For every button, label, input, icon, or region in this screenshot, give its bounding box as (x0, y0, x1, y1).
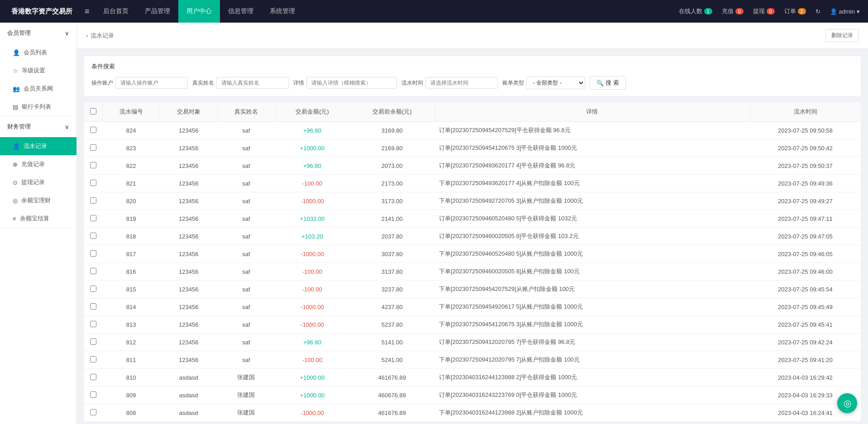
sidebar-section-header-finance[interactable]: 财务管理 ∨ (0, 116, 76, 137)
sidebar-item-flow-record[interactable]: 👤 流水记录 (0, 137, 76, 155)
chevron-member-icon: ∨ (65, 30, 69, 37)
table-row: 819 123456 saf +1032.00 2141.00 订单[20230… (84, 210, 861, 228)
cell-account: asdasd (160, 404, 217, 422)
row-checkbox[interactable] (90, 338, 96, 345)
row-checkbox[interactable] (90, 409, 96, 415)
select-all-checkbox[interactable] (90, 108, 96, 114)
sidebar-item-member-list[interactable]: 👤 会员列表 (0, 43, 76, 62)
cell-name: saf (217, 245, 275, 263)
order-label: 订单 (784, 7, 796, 15)
cell-amount: -1000.00 (275, 245, 350, 263)
cell-account: 123456 (160, 281, 217, 298)
cell-detail: 下单[2023072509493620177 4]从账户扣除金额 100元 (434, 175, 750, 192)
row-checkbox[interactable] (90, 391, 96, 398)
row-checkbox[interactable] (90, 303, 96, 310)
type-label: 账单类型 (502, 79, 524, 87)
detail-input[interactable] (306, 77, 397, 89)
row-checkbox[interactable] (90, 127, 96, 133)
type-select[interactable]: - 全部类型 - (526, 76, 585, 89)
cell-name: saf (217, 316, 275, 333)
table-row: 811 123456 saf -100.00 5241.00 下单[202307… (84, 351, 861, 369)
table-header-row: 流水编号 交易对象 真实姓名 交易金额(元) 交易前余额(元) 详情 流水时间 (84, 102, 861, 122)
search-button[interactable]: 🔍 搜 索 (590, 76, 626, 90)
time-input[interactable] (425, 77, 498, 89)
cell-amount: +103.20 (275, 228, 350, 245)
cell-account: 123456 (160, 316, 217, 333)
row-checkbox[interactable] (90, 250, 96, 257)
cell-balance: 2173.00 (349, 175, 434, 192)
row-checkbox[interactable] (90, 268, 96, 274)
row-checkbox[interactable] (90, 286, 96, 292)
cell-detail: 下单[2023072509454120675 3]从账户扣除金额 1000元 (434, 316, 750, 333)
detail-field: 详情 (293, 77, 397, 89)
row-checkbox-td (84, 404, 102, 422)
cell-time: 2023-07-25 09:45:54 (750, 281, 861, 298)
float-btn-icon: ◎ (844, 398, 851, 409)
search-area: 条件搜索 操作账户 真实姓名 详情 流水时间 (84, 56, 861, 96)
row-checkbox[interactable] (90, 215, 96, 221)
withdraw-item[interactable]: 提现 0 (749, 7, 778, 15)
sidebar-item-yuebao-settle[interactable]: ≡ 余额宝结算 (0, 210, 76, 228)
sidebar-item-recharge-record[interactable]: ⊕ 充值记录 (0, 155, 76, 173)
relation-icon: 👥 (13, 86, 20, 92)
sidebar-item-yuebao[interactable]: ◎ 余额宝理财 (0, 191, 76, 210)
cell-detail: 订单[2023040316243223769 0]平仓获得金额 1000元 (434, 386, 750, 404)
cell-time: 2023-07-25 09:47:05 (750, 228, 861, 245)
order-item[interactable]: 订单 2 (781, 7, 810, 15)
sidebar-item-withdraw-record[interactable]: ⊙ 提现记录 (0, 173, 76, 191)
nav-item-user[interactable]: 用户中心 (178, 0, 220, 23)
table-body: 824 123456 saf +96.80 3169.80 订单[2023072… (84, 122, 861, 422)
layout: 会员管理 ∨ 👤 会员列表 ☆ 等级设置 👥 会员关系网 ▤ 银行卡列表 (0, 23, 868, 424)
delete-record-button[interactable]: 删除记录 (825, 29, 859, 42)
account-input[interactable] (115, 77, 188, 89)
row-checkbox[interactable] (90, 356, 96, 362)
recharge-item[interactable]: 充值 0 (718, 7, 747, 15)
cell-time: 2023-07-25 09:42:24 (750, 333, 861, 351)
admin-menu[interactable]: 👤 admin ▾ (826, 8, 863, 15)
cell-account: asdasd (160, 369, 217, 386)
table-row: 809 asdasd 张建国 +1000.00 460676.89 订单[202… (84, 386, 861, 404)
recharge-badge: 0 (735, 8, 744, 14)
float-button[interactable]: ◎ (837, 393, 857, 413)
menu-icon[interactable]: ≡ (79, 7, 95, 16)
realname-label: 真实姓名 (192, 79, 214, 87)
nav-item-info[interactable]: 信息管理 (220, 0, 262, 23)
nav-item-home[interactable]: 后台首页 (95, 0, 137, 23)
sidebar-item-level[interactable]: ☆ 等级设置 (0, 62, 76, 80)
realname-input[interactable] (216, 77, 289, 89)
row-checkbox[interactable] (90, 374, 96, 380)
nav-item-product[interactable]: 产品管理 (137, 0, 178, 23)
cell-detail: 订单[2023072509454120675 3]平仓获得金额 1000元 (434, 139, 750, 157)
nav-item-system[interactable]: 系统管理 (262, 0, 303, 23)
cell-time: 2023-07-25 09:50:37 (750, 157, 861, 175)
cell-time: 2023-07-25 09:46:05 (750, 245, 861, 263)
cell-time: 2023-07-25 09:41:20 (750, 351, 861, 369)
time-field: 流水时间 (401, 77, 498, 89)
cell-account: 123456 (160, 263, 217, 281)
row-checkbox-td (84, 245, 102, 263)
sidebar-item-relation[interactable]: 👥 会员关系网 (0, 80, 76, 98)
cell-account: 123456 (160, 228, 217, 245)
col-amount: 交易金额(元) (275, 102, 350, 122)
row-checkbox[interactable] (90, 197, 96, 204)
cell-id: 820 (102, 192, 160, 210)
cell-balance: 3137.80 (349, 263, 434, 281)
row-checkbox[interactable] (90, 233, 96, 239)
cell-amount: -1000.00 (275, 192, 350, 210)
row-checkbox[interactable] (90, 180, 96, 186)
row-checkbox[interactable] (90, 144, 96, 151)
sidebar-item-bankcard[interactable]: ▤ 银行卡列表 (0, 98, 76, 116)
cell-time: 2023-07-25 09:50:42 (750, 139, 861, 157)
row-checkbox[interactable] (90, 321, 96, 327)
row-checkbox[interactable] (90, 162, 96, 168)
refresh-btn[interactable]: ↻ (812, 8, 824, 15)
row-checkbox-td (84, 122, 102, 139)
cell-amount: -100.00 (275, 263, 350, 281)
sidebar: 会员管理 ∨ 👤 会员列表 ☆ 等级设置 👥 会员关系网 ▤ 银行卡列表 (0, 23, 77, 424)
sidebar-section-header-member[interactable]: 会员管理 ∨ (0, 23, 76, 43)
cell-amount: -100.00 (275, 351, 350, 369)
cell-detail: 下单[2023072509460020505 8]从账户扣除金额 100元 (434, 263, 750, 281)
cell-id: 818 (102, 228, 160, 245)
row-checkbox-td (84, 281, 102, 298)
user-icon: 👤 (830, 8, 837, 15)
